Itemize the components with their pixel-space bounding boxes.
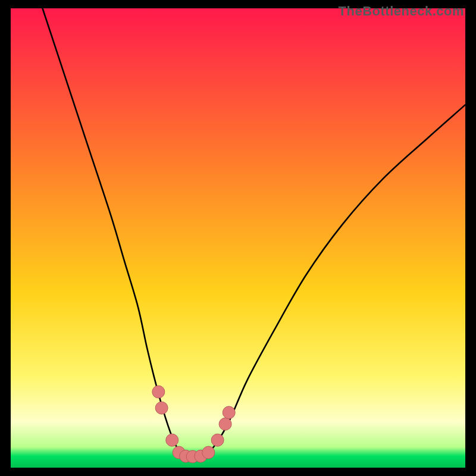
data-markers <box>152 386 235 463</box>
data-marker <box>166 434 178 446</box>
data-marker <box>219 418 231 430</box>
chart-curve-layer <box>11 8 465 468</box>
data-marker <box>202 446 215 459</box>
data-marker <box>155 402 168 414</box>
data-marker <box>223 406 235 419</box>
watermark-text: TheBottleneck.com <box>339 4 464 19</box>
data-marker <box>211 434 224 446</box>
data-marker <box>152 386 165 398</box>
bottleneck-curve <box>42 8 465 457</box>
